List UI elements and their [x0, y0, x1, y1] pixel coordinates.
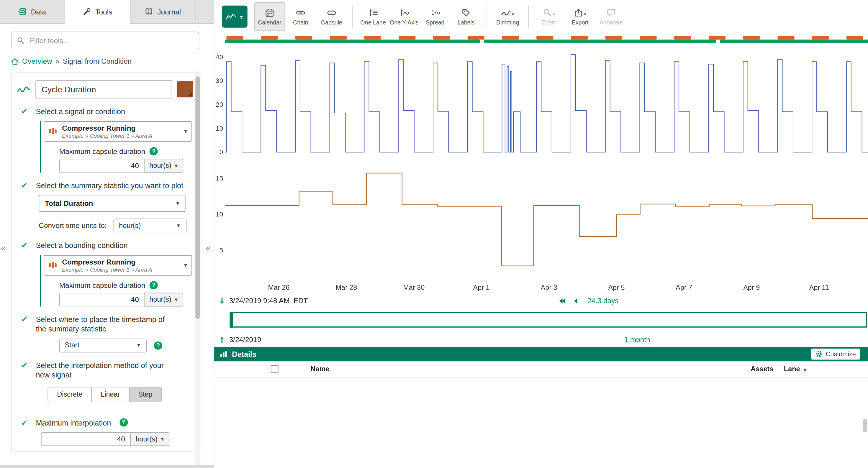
- capsule-compressor-running: [399, 36, 415, 39]
- step-back-icon[interactable]: [572, 297, 579, 305]
- bounding-max-capsule-unit-dropdown[interactable]: hour(s) ▾: [144, 293, 183, 306]
- max-interp-unit-dropdown[interactable]: hour(s) ▾: [130, 432, 169, 446]
- capsule-compressor-running: [812, 36, 829, 39]
- max-capsule-input[interactable]: [59, 159, 144, 172]
- max-capsule-unit-dropdown[interactable]: hour(s) ▾: [144, 159, 183, 172]
- investigate-range-duration[interactable]: 1 month: [624, 335, 650, 343]
- details-pane: Details Customize Name Assets: [214, 347, 868, 468]
- bounding-max-capsule-input[interactable]: [59, 293, 144, 306]
- toolbar-button-export[interactable]: ▾Export: [565, 2, 596, 31]
- check-icon: ✔: [21, 315, 27, 324]
- interp-linear-button[interactable]: Linear: [91, 387, 129, 402]
- chevron-down-icon: ▼: [239, 13, 244, 20]
- customize-button[interactable]: Customize: [811, 348, 860, 360]
- toolbar-button-one-y-axis[interactable]: One Y-Axis: [389, 2, 420, 31]
- customize-label: Customize: [826, 351, 856, 358]
- y-axis-tick: 10: [216, 210, 223, 218]
- interp-discrete-button[interactable]: Discrete: [48, 387, 92, 402]
- details-scrollbar[interactable]: [863, 419, 867, 432]
- timestamp-section-label: Select where to place the timestamp of t…: [36, 315, 174, 334]
- series-compressor-power: [225, 55, 868, 152]
- dimming-label: Dimming: [496, 19, 519, 26]
- toolbar-button-spread[interactable]: Spread: [420, 2, 451, 31]
- spread-icon: [430, 8, 440, 17]
- workbench: Data Tools Journal Overview » Signal fro…: [0, 0, 868, 468]
- details-header: Details Customize: [214, 347, 868, 361]
- capsule-compressor-running: [709, 36, 725, 39]
- capsule-compressor-running: [261, 36, 278, 39]
- statistic-value: Total Duration: [45, 199, 93, 208]
- sort-ascending-icon: ▲: [802, 366, 808, 372]
- home-icon[interactable]: [11, 57, 19, 65]
- step-back-double-icon[interactable]: [557, 297, 566, 305]
- display-range-duration[interactable]: 24.3 days: [587, 297, 619, 305]
- bounding-condition-select[interactable]: Compressor Running Example » Cooling Tow…: [44, 255, 192, 275]
- chart-type-dropdown[interactable]: ▼: [222, 6, 247, 28]
- chain-label: Chain: [293, 19, 308, 26]
- toolbar-button-labels[interactable]: Labels: [451, 2, 482, 31]
- capsule-compressor-running: [468, 36, 485, 39]
- capsule-weeks: [484, 39, 716, 43]
- one-y-axis-label: One Y-Axis: [390, 19, 418, 26]
- toolbar-button-dimming[interactable]: ▾Dimming: [492, 2, 523, 31]
- select-all-checkbox[interactable]: [271, 365, 279, 373]
- help-icon[interactable]: ?: [154, 341, 162, 349]
- column-assets-header[interactable]: Assets: [751, 365, 784, 373]
- timestamp-select[interactable]: Start ▼: [59, 338, 147, 353]
- zoom-label: Zoom: [542, 19, 556, 26]
- toolbar-button-chain[interactable]: Chain: [285, 2, 316, 31]
- timezone-link[interactable]: EDT: [293, 297, 308, 305]
- result-name-input[interactable]: Cycle Duration: [35, 80, 172, 99]
- toolbar-button-capsule[interactable]: Capsule: [316, 2, 347, 31]
- signal-group: Compressor Running Example » Cooling Tow…: [40, 121, 192, 172]
- wrench-icon: [83, 8, 91, 15]
- x-axis-tick: Apr 5: [608, 284, 625, 291]
- signal-select[interactable]: Compressor Running Example » Cooling Tow…: [44, 121, 192, 141]
- breadcrumb-overview-link[interactable]: Overview: [22, 57, 52, 65]
- signal-select-value: Compressor Running: [62, 124, 152, 132]
- toolbar-button-calendar[interactable]: Calendar: [254, 2, 285, 31]
- collapse-panel-icon[interactable]: «: [206, 243, 210, 253]
- help-icon[interactable]: ?: [119, 418, 127, 427]
- condition-icon: [49, 261, 58, 269]
- capsule-compressor-running: [330, 36, 347, 39]
- toolbar-button-one-lane[interactable]: One Lane: [358, 2, 389, 31]
- tab-data-label: Data: [31, 7, 46, 15]
- chevron-down-icon: ▼: [136, 343, 141, 348]
- sidebar-panel: Data Tools Journal Overview » Signal fro…: [0, 0, 214, 468]
- column-lane-header[interactable]: Lane: [784, 365, 800, 373]
- filter-tools-search: [11, 32, 199, 49]
- book-icon: [145, 8, 153, 15]
- help-icon[interactable]: ?: [150, 147, 158, 155]
- condition-icon: [49, 127, 58, 135]
- chevron-down-icon: ▾: [184, 128, 187, 135]
- tab-journal[interactable]: Journal: [131, 0, 196, 23]
- filter-tools-input[interactable]: [29, 36, 194, 45]
- check-icon: ✔: [21, 107, 27, 116]
- color-swatch-button[interactable]: [177, 81, 193, 97]
- display-range-start[interactable]: 3/24/2019 9:48 AM: [229, 297, 290, 305]
- breadcrumb-current: Signal from Condition: [63, 57, 132, 65]
- timeline-selected-range[interactable]: [230, 312, 867, 328]
- labels-icon: [462, 8, 471, 17]
- statistic-select[interactable]: Total Duration ▾: [39, 195, 185, 212]
- toolbar-separator: [487, 6, 487, 28]
- tab-data[interactable]: Data: [0, 0, 65, 23]
- convert-units-select[interactable]: hour(s) ▼: [113, 219, 186, 232]
- interp-step-button[interactable]: Step: [129, 387, 162, 402]
- help-icon[interactable]: ?: [150, 281, 158, 289]
- column-name-header[interactable]: Name: [311, 365, 330, 373]
- investigate-timeline: [214, 312, 868, 337]
- capsule-compressor-running: [536, 36, 553, 39]
- unit-label: hour(s): [135, 435, 157, 443]
- timeline-range-start-handle[interactable]: [230, 312, 233, 328]
- tab-tools[interactable]: Tools: [65, 0, 130, 24]
- max-interp-input[interactable]: [41, 432, 130, 446]
- scrollbar-thumb[interactable]: [195, 76, 200, 319]
- investigate-range-start[interactable]: 3/24/2019: [229, 335, 261, 343]
- sidebar-scrollbar[interactable]: [195, 71, 200, 468]
- signal-select-path: Example » Cooling Tower 1 » Area A: [62, 132, 152, 139]
- collapse-sidebar-icon[interactable]: «: [1, 243, 6, 253]
- trend-chart[interactable]: 01020304051015Mar 26Mar 28Mar 30Apr 1Apr…: [214, 34, 868, 294]
- sidebar-tabbar: Data Tools Journal: [0, 0, 214, 24]
